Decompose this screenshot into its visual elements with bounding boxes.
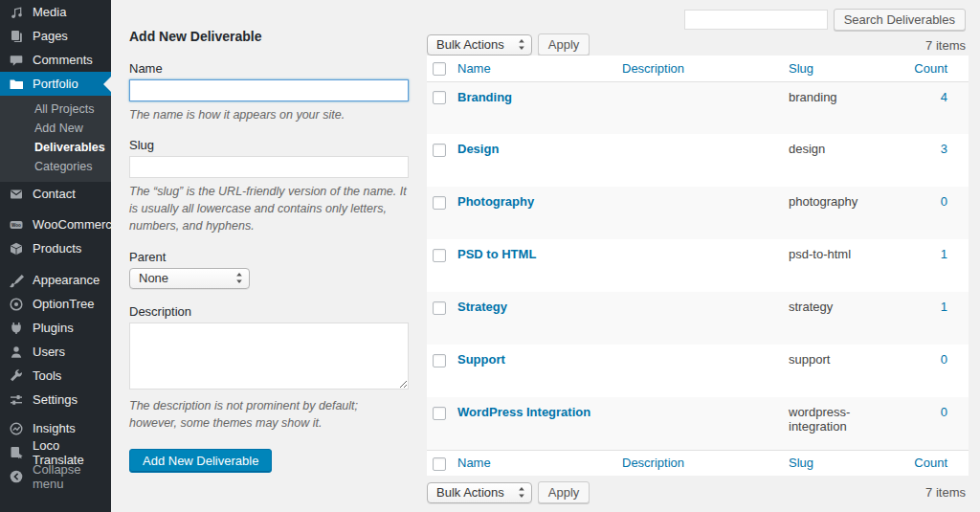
term-count-link[interactable]: 1 [941,247,947,261]
term-count-link[interactable]: 0 [941,405,947,419]
items-count: 7 items [925,38,966,53]
description-field[interactable] [129,323,409,390]
term-count-link[interactable]: 0 [941,352,947,367]
search-input[interactable] [684,10,828,30]
term-name-link[interactable]: Strategy [457,300,507,314]
term-name-link[interactable]: PSD to HTML [457,247,536,261]
sidebar-item-comments[interactable]: Comments [0,48,111,72]
sidebar-item-pages[interactable]: Pages [0,24,111,48]
sidebar-item-contact[interactable]: Contact [0,182,111,206]
tablenav-bottom: Bulk Actions Apply 7 items [427,481,969,503]
deliverables-table: Name Description Slug Count Branding bra… [427,56,969,476]
table-row: PSD to HTML psd-to-html 1 [427,239,969,292]
sidebar-item-label: Users [33,345,65,359]
tools-icon [9,368,24,384]
term-description [618,81,785,134]
row-checkbox[interactable] [433,144,446,157]
sidebar-item-woocommerce[interactable]: Woo WooCommerce [0,212,111,236]
column-header-count[interactable]: Count [900,56,969,81]
sidebar-item-label: Tools [33,368,61,383]
sidebar-item-plugins[interactable]: Plugins [0,316,111,340]
parent-label: Parent [129,250,409,264]
term-name-link[interactable]: Design [457,142,499,156]
admin-sidebar: Media Pages Comments Portfolio All Proje… [0,0,111,512]
sidebar-item-collapse-menu[interactable]: Collapse menu [0,464,111,488]
bulk-actions-select[interactable]: Bulk Actions [427,34,532,56]
add-new-deliverable-button[interactable]: Add New Deliverable [129,449,272,473]
slug-help-text: The “slug” is the URL-friendly version o… [129,183,409,234]
column-header-slug[interactable]: Slug [785,56,900,81]
select-all-checkbox[interactable] [433,457,446,471]
table-row: Design design 3 [427,134,969,187]
row-checkbox[interactable] [433,196,446,210]
sidebar-item-optiontree[interactable]: OptionTree [0,292,111,316]
submenu-item-deliverables[interactable]: Deliverables [0,138,111,157]
collapse-icon [9,469,24,484]
sidebar-item-portfolio[interactable]: Portfolio [0,72,111,96]
term-count-link[interactable]: 4 [941,90,947,104]
description-label: Description [129,304,409,319]
search-deliverables-button[interactable]: Search Deliverables [834,9,966,31]
column-header-description[interactable]: Description [618,56,785,81]
row-checkbox[interactable] [433,301,446,315]
table-row: Branding branding 4 [427,81,969,134]
term-description [618,239,785,292]
term-slug: psd-to-html [785,239,900,292]
sidebar-item-loco-translate[interactable]: Loco Translate [0,440,111,464]
apply-button-bottom[interactable]: Apply [538,481,590,503]
row-checkbox[interactable] [433,354,446,367]
submenu-item-all-projects[interactable]: All Projects [0,100,111,119]
term-count-link[interactable]: 0 [941,194,947,209]
select-arrows-icon [518,38,525,51]
portfolio-submenu: All Projects Add New Deliverables Catego… [0,96,111,182]
products-icon [9,241,24,256]
sidebar-item-label: Media [33,5,66,19]
tablenav-top: Bulk Actions Apply [427,33,590,56]
term-description [618,187,785,239]
apply-button[interactable]: Apply [538,33,590,56]
row-checkbox[interactable] [433,249,446,262]
submenu-item-categories[interactable]: Categories [0,157,111,176]
slug-field[interactable] [129,156,409,178]
name-help-text: The name is how it appears on your site. [129,106,409,123]
term-count-link[interactable]: 1 [941,300,947,314]
column-header-name[interactable]: Name [454,56,618,81]
insights-icon [9,421,24,436]
table-header-row: Name Description Slug Count [427,56,969,81]
sidebar-item-media[interactable]: Media [0,0,111,24]
contact-icon [9,187,24,202]
sidebar-item-label: Contact [33,187,76,201]
select-all-checkbox[interactable] [433,62,446,76]
form-title: Add New Deliverable [129,29,409,44]
submenu-item-add-new[interactable]: Add New [0,119,111,138]
term-name-link[interactable]: WordPress Integration [457,405,590,419]
column-footer-name[interactable]: Name [454,450,618,476]
appearance-icon [9,273,24,288]
term-name-link[interactable]: Photography [457,194,534,209]
column-footer-description[interactable]: Description [618,450,785,476]
optiontree-icon [9,297,24,312]
table-row: Support support 0 [427,345,969,397]
sidebar-item-tools[interactable]: Tools [0,364,111,388]
sidebar-item-appearance[interactable]: Appearance [0,268,111,292]
select-arrows-icon [518,486,525,499]
column-footer-slug[interactable]: Slug [785,450,900,476]
bulk-actions-value: Bulk Actions [436,37,504,52]
row-checkbox[interactable] [433,91,446,104]
sidebar-item-products[interactable]: Products [0,236,111,260]
term-count-link[interactable]: 3 [941,142,947,156]
term-name-link[interactable]: Branding [457,90,512,104]
bulk-actions-select-bottom[interactable]: Bulk Actions [427,482,532,503]
sidebar-item-settings[interactable]: Settings [0,388,111,412]
row-checkbox[interactable] [433,407,446,420]
term-description [618,134,785,187]
term-slug: support [785,345,900,397]
sidebar-item-users[interactable]: Users [0,340,111,364]
term-name-link[interactable]: Support [457,352,505,367]
deliverables-list: Search Deliverables Bulk Actions Apply 7… [427,0,969,512]
name-field[interactable] [129,79,409,101]
sidebar-item-insights[interactable]: Insights [0,416,111,440]
parent-select[interactable]: None [129,268,250,289]
sidebar-item-label: Products [33,241,81,256]
column-footer-count[interactable]: Count [900,450,969,476]
